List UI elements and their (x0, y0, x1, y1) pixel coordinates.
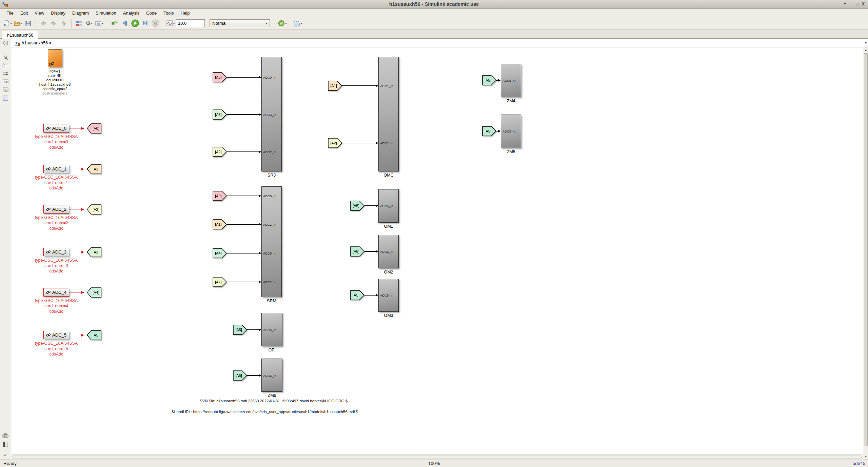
subsystem-label[interactable]: ZM5 (507, 149, 515, 154)
subsystem-label[interactable]: OM2 (384, 270, 393, 275)
subsystem-block[interactable]: ADC5_In (501, 115, 521, 148)
menu-simulation[interactable]: Simulation (93, 9, 119, 17)
from-tag[interactable]: [A5] (350, 201, 364, 211)
annotation-tool[interactable]: A (2, 79, 8, 85)
scroll-down-icon[interactable]: ▼ (863, 454, 868, 460)
signal-wire[interactable] (227, 196, 259, 196)
signal-wire[interactable] (227, 253, 259, 253)
scope-button[interactable]: ▾ (166, 19, 175, 28)
breadcrumb-root[interactable]: h1susauxh56 (22, 40, 48, 45)
back-button[interactable] (39, 19, 48, 28)
menu-help[interactable]: Help (178, 9, 193, 17)
subsystem-block[interactable]: ADC5_In (378, 235, 399, 268)
adc-block[interactable]: ADC_3 (43, 248, 69, 256)
subsystem-block[interactable]: ADC5_In (261, 359, 282, 392)
up-to-parent-button[interactable] (59, 19, 68, 28)
signal-wire[interactable] (342, 85, 376, 86)
screenshot-tool[interactable] (2, 432, 8, 439)
goto-tag[interactable]: [A1] (87, 164, 101, 174)
subsystem-block[interactable]: ADC0_In ADC1_In ADC5_In ADC2_In (261, 186, 282, 297)
from-tag[interactable]: [A1] (213, 219, 227, 229)
signal-wire[interactable] (364, 295, 376, 296)
menu-display[interactable]: Display (48, 9, 68, 17)
adc-block[interactable]: ADC_2 (43, 205, 69, 214)
subsystem-label[interactable]: SR3 (268, 173, 276, 178)
subsystem-block[interactable]: ADC0_In ADC3_In ADC2_In (261, 57, 282, 171)
model-canvas[interactable]: ifo=H1 rate=4K dcuid=110 host=h1susauxh5… (12, 47, 863, 454)
signal-wire[interactable] (227, 282, 259, 282)
menu-view[interactable]: View (32, 9, 47, 17)
vertical-scroll-thumb[interactable] (864, 53, 868, 446)
signal-wire[interactable] (364, 205, 376, 206)
from-tag[interactable]: [A2] (213, 147, 227, 157)
subsystem-label[interactable]: OM1 (384, 224, 393, 229)
solver-name[interactable]: ode45 (852, 461, 865, 466)
menu-code[interactable]: Code (143, 9, 160, 17)
fit-to-view-tool[interactable] (2, 62, 8, 68)
goto-tag[interactable]: [A4] (87, 287, 101, 298)
signal-wire[interactable] (227, 77, 259, 78)
subsystem-label[interactable]: OM3 (384, 313, 393, 318)
adc-block[interactable]: ADC_0 (43, 124, 69, 133)
subsystem-label[interactable]: OFI (269, 348, 276, 352)
horizontal-scrollbar[interactable] (12, 454, 863, 460)
horizontal-scroll-thumb[interactable] (12, 455, 862, 459)
goto-tag[interactable]: [A3] (87, 247, 101, 257)
from-tag[interactable]: [A0] (213, 191, 227, 201)
from-tag[interactable]: [A0] (213, 72, 227, 82)
maximize-window-icon[interactable]: □ (854, 1, 860, 7)
menu-edit[interactable]: Edit (17, 9, 31, 17)
subsystem-block[interactable]: ADC1_In ADC2_In (378, 57, 399, 171)
vertical-scrollbar[interactable]: ▲ ▼ (863, 47, 868, 460)
signal-routing-tool[interactable] (2, 70, 8, 77)
hide-explorer-bar-icon[interactable] (3, 40, 8, 46)
signal-wire[interactable] (364, 251, 376, 252)
status-ok-button[interactable]: ▾ (278, 19, 287, 28)
step-back-button[interactable] (120, 19, 130, 28)
sim-mode-select[interactable]: Normal▾ (210, 19, 270, 27)
update-diagram-button[interactable] (110, 19, 119, 28)
sim-stop-time-input[interactable] (176, 19, 205, 27)
scroll-up-icon[interactable]: ▲ (863, 47, 868, 53)
breadcrumb-arrow-icon[interactable]: ▶ (50, 41, 52, 44)
signal-wire[interactable] (227, 114, 259, 115)
subsystem-label[interactable]: SRM (267, 299, 276, 303)
from-tag[interactable]: [A5] (482, 75, 496, 85)
breadcrumb-dropdown-icon[interactable]: ▾ (865, 41, 867, 45)
signal-wire[interactable] (227, 224, 259, 225)
run-button[interactable] (130, 19, 140, 28)
subsystem-block[interactable]: ADC5_In (501, 64, 521, 97)
open-model-button[interactable]: ▾ (13, 19, 23, 28)
new-model-button[interactable]: ▾ (3, 19, 13, 28)
from-tag[interactable]: [A5] (482, 126, 496, 136)
subsystem-block[interactable]: ADC5_In (378, 279, 399, 312)
model-explorer-button[interactable]: ▾ (95, 19, 104, 28)
build-code-button[interactable]: ▾ (293, 19, 302, 28)
library-browser-button[interactable] (74, 19, 84, 28)
area-tool[interactable] (2, 95, 8, 101)
signal-wire[interactable] (227, 151, 259, 152)
stop-button[interactable] (151, 19, 160, 28)
goto-tag[interactable]: [A5] (87, 330, 101, 340)
menu-file[interactable]: File (3, 9, 17, 17)
signal-wire[interactable] (247, 375, 259, 376)
adc-block[interactable]: ADC_1 (43, 165, 69, 173)
from-tag[interactable]: [A5] (350, 246, 364, 257)
subsystem-block[interactable]: ADC5_In (378, 189, 399, 223)
goto-tag[interactable]: [A0] (87, 123, 101, 134)
minimize-window-icon[interactable]: _ (848, 1, 854, 7)
save-button[interactable] (23, 19, 33, 28)
signal-wire[interactable] (247, 329, 259, 330)
from-tag[interactable]: [A2] (328, 138, 342, 148)
from-tag[interactable]: [A5] (233, 370, 247, 381)
from-tag[interactable]: [A5] (350, 290, 364, 300)
signal-wire[interactable] (342, 143, 376, 143)
goto-tag[interactable]: [A2] (87, 204, 101, 215)
shade-window-icon[interactable]: ^ (842, 1, 848, 7)
zoom-region-tool[interactable] (2, 54, 8, 60)
step-forward-button[interactable] (140, 19, 150, 28)
viewer-tool[interactable] (2, 87, 8, 93)
from-tag[interactable]: [A1] (328, 81, 342, 91)
subsystem-label[interactable]: ZM6 (268, 393, 276, 398)
from-tag[interactable]: [A3] (213, 109, 227, 120)
